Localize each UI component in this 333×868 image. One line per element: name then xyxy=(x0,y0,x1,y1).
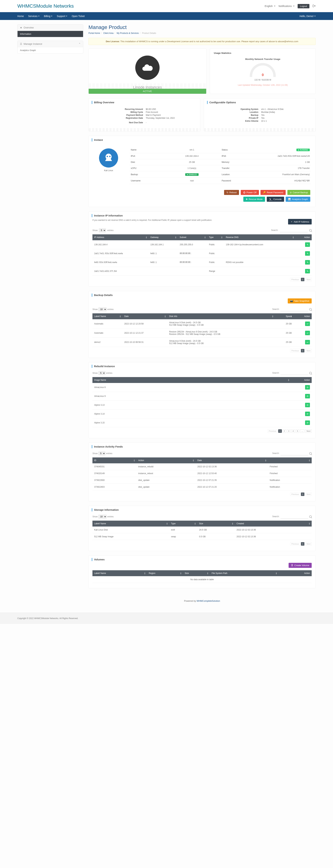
rb-page-3[interactable]: 3 xyxy=(287,429,291,433)
notifications-dropdown[interactable]: Notifications xyxy=(278,5,295,7)
st-show-label: Show xyxy=(93,516,98,518)
bk-search-input[interactable] xyxy=(280,307,308,311)
rb-deploy-button[interactable]: ⟳ xyxy=(305,385,310,390)
rescue-mode-button[interactable]: ✚Rescue Mode xyxy=(243,197,265,202)
nav-support[interactable]: Support xyxy=(57,15,67,18)
bk-restore-button[interactable]: ↩ xyxy=(305,321,310,326)
ip-next[interactable]: Next xyxy=(305,278,312,281)
act-prev[interactable]: Previous xyxy=(290,493,300,496)
act-th-action[interactable]: Action▲▼ xyxy=(136,458,196,463)
ip-prev[interactable]: Previous xyxy=(290,278,300,281)
rb-deploy-button[interactable]: ⟳ xyxy=(305,421,310,425)
nav-open-ticket[interactable]: Open Ticket xyxy=(72,15,85,18)
bk-prev[interactable]: Previous xyxy=(290,349,300,352)
ip-edit-button[interactable]: ✎ xyxy=(305,242,310,247)
sidebar-analytics-graph[interactable]: Analytics Graph xyxy=(18,47,83,53)
language-selector[interactable]: English xyxy=(265,5,275,7)
rb-page-1[interactable]: 1 xyxy=(278,429,282,433)
rb-entries-select[interactable]: 5 xyxy=(98,371,105,375)
act-next[interactable]: Next xyxy=(305,493,312,496)
ip-th-rdns[interactable]: Reverse DNS▲▼ xyxy=(224,235,296,240)
rb-th-image[interactable]: Image Name▲▼ xyxy=(93,377,291,383)
bk-cell-name: Automatic xyxy=(93,319,123,329)
st-page-1[interactable]: 1 xyxy=(301,542,304,546)
crumb-portal[interactable]: Portal Home xyxy=(89,32,100,34)
st-next[interactable]: Next xyxy=(305,542,312,546)
bk-cell-disk: AlmaLinux 9 Disk (ext4) - 24.5 GB 512 MB… xyxy=(167,319,275,329)
bk-th-space[interactable]: Space▲▼ xyxy=(275,313,293,319)
cancel-backup-button[interactable]: ⊘Cancel Backup xyxy=(288,190,310,195)
ip-cell-gateway: 139.162.164.1 xyxy=(148,240,178,249)
ip-edit-button[interactable]: ✎ xyxy=(305,260,310,265)
sidebar-information[interactable]: Information xyxy=(18,31,83,37)
nav-billing[interactable]: Billing xyxy=(44,15,53,18)
st-prev[interactable]: Previous xyxy=(290,542,300,546)
ip-th-address[interactable]: IP Address▲▼ xyxy=(93,235,148,240)
act-entries-select[interactable]: 5 xyxy=(98,452,105,455)
act-page-1[interactable]: 1 xyxy=(301,493,304,496)
act-cell-status: Notification xyxy=(268,484,312,490)
vol-th-region[interactable]: Region▲▼ xyxy=(147,570,183,576)
st-th-name[interactable]: Label/ Name▲▼ xyxy=(93,521,169,527)
ip-edit-button[interactable]: ✎ xyxy=(305,251,310,256)
act-th-status[interactable]: ▲▼ xyxy=(268,458,312,463)
bk-restore-button[interactable]: ↩ xyxy=(305,331,310,335)
st-th-type[interactable]: Type▲▼ xyxy=(169,521,197,527)
add-ip-button[interactable]: ＋Add IP Address xyxy=(288,219,312,224)
bk-th-disk[interactable]: Disk Info▲▼ xyxy=(167,313,275,319)
st-entries-select[interactable]: 10 xyxy=(98,515,107,519)
create-volume-button[interactable]: 🗄Create Volume xyxy=(289,563,312,568)
ip-edit-button[interactable]: ✎ xyxy=(305,269,310,273)
poweroff-button[interactable]: ⏻Power Off xyxy=(241,190,259,195)
bk-cell-space: 25 GB xyxy=(275,338,293,347)
analytics-graph-button[interactable]: 📊Analytics Graph xyxy=(286,197,310,202)
crumb-products[interactable]: My Products & Services xyxy=(117,32,139,34)
rb-next[interactable]: Next xyxy=(305,429,312,433)
ip-th-type[interactable]: Type▲▼ xyxy=(207,235,224,240)
powered-link[interactable]: WHMCompleteSolution xyxy=(197,600,220,602)
rb-page-more[interactable]: … xyxy=(300,429,304,433)
st-th-size[interactable]: Size▲▼ xyxy=(197,521,235,527)
ip-entries-select[interactable]: 5 xyxy=(99,228,106,232)
logout-button[interactable]: Logout xyxy=(298,4,309,8)
console-button[interactable]: ❯_Console xyxy=(267,197,284,202)
act-th-date[interactable]: Date▲▼ xyxy=(196,458,268,463)
act-search-input[interactable] xyxy=(280,452,308,455)
rb-search-input[interactable] xyxy=(280,371,308,375)
bk-th-date[interactable]: Date▲▼ xyxy=(123,313,167,319)
ip-th-gateway[interactable]: Gateway▲▼ xyxy=(148,235,178,240)
st-th-created[interactable]: Created▲▼ xyxy=(235,521,312,527)
reset-password-button[interactable]: 🔑Reset Password xyxy=(261,190,286,195)
act-th-id[interactable]: ID▲▼ xyxy=(93,458,136,463)
bk-th-name[interactable]: Label/ Name▲▼ xyxy=(93,313,123,319)
ip-th-subnet[interactable]: Subnet▲▼ xyxy=(178,235,207,240)
sidebar-manage-header[interactable]: ☰ Manage Instance ⌃ xyxy=(18,41,83,47)
vol-th-name[interactable]: Label/ Name▲▼ xyxy=(93,570,147,576)
bk-page-1[interactable]: 1 xyxy=(301,349,304,352)
rb-page-5[interactable]: 5 xyxy=(296,429,299,433)
st-search-input[interactable] xyxy=(280,515,308,519)
exit-icon[interactable] xyxy=(312,4,315,8)
brand-logo[interactable]: WHMCSModule Networks xyxy=(18,3,265,9)
rb-page-2[interactable]: 2 xyxy=(283,429,286,433)
nav-user-menu[interactable]: Hello, Demo! xyxy=(300,15,315,18)
reboot-button[interactable]: ↻Reboot xyxy=(224,190,239,195)
nav-services[interactable]: Services xyxy=(28,15,39,18)
rb-prev[interactable]: Previous xyxy=(268,429,277,433)
bk-next[interactable]: Next xyxy=(305,349,312,352)
rb-page-4[interactable]: 4 xyxy=(291,429,295,433)
crumb-client[interactable]: Client Area xyxy=(103,32,113,34)
vol-th-fs[interactable]: File System Path▲▼ xyxy=(210,570,278,576)
rb-deploy-button[interactable]: ⟳ xyxy=(305,403,310,407)
nav-home[interactable]: Home xyxy=(18,15,24,18)
take-snapshot-button[interactable]: 📷Take SnapShot xyxy=(288,299,312,304)
rb-deploy-button[interactable]: ⟳ xyxy=(305,412,310,416)
ip-page-1[interactable]: 1 xyxy=(301,278,304,281)
bk-entries-select[interactable]: 10 xyxy=(98,307,107,311)
billing-due-label: Next Due Date xyxy=(93,121,144,124)
bk-restore-button[interactable]: ↩ xyxy=(305,340,310,344)
vol-th-size[interactable]: Size▲▼ xyxy=(183,570,210,576)
rb-deploy-button[interactable]: ⟳ xyxy=(305,394,310,398)
ip-search-input[interactable] xyxy=(280,228,308,232)
ban-icon: ⊘ xyxy=(290,191,292,194)
